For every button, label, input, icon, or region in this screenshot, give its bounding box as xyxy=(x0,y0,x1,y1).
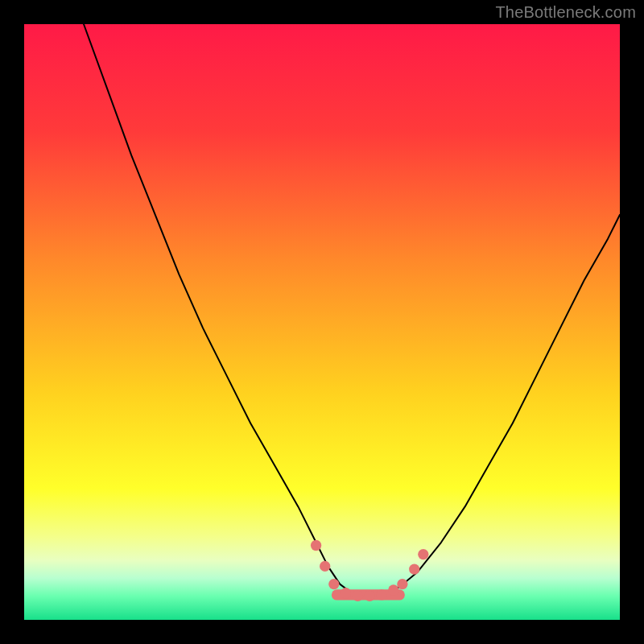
highlight-dot xyxy=(418,549,428,559)
outer-frame: TheBottleneck.com xyxy=(0,0,644,644)
highlight-dot xyxy=(397,579,407,589)
plot-area xyxy=(24,24,620,620)
highlight-dot xyxy=(320,561,330,572)
highlight-dot xyxy=(388,584,398,595)
highlight-dot xyxy=(341,588,351,598)
highlight-dot xyxy=(365,591,375,601)
highlight-dot xyxy=(376,589,386,600)
attribution-text: TheBottleneck.com xyxy=(495,3,636,22)
bottleneck-curve xyxy=(84,24,620,596)
highlight-dot xyxy=(353,591,363,601)
highlight-dot xyxy=(328,579,339,589)
highlight-dot xyxy=(409,564,419,574)
highlight-dot xyxy=(311,540,321,551)
chart-svg xyxy=(24,24,620,620)
